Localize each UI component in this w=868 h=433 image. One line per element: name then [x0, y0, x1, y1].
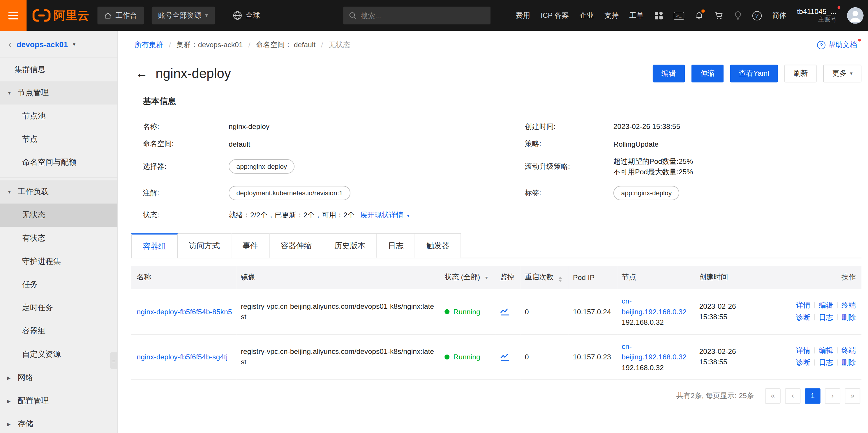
nav-enterprise[interactable]: 企业: [579, 10, 594, 20]
main-content: 所有集群 / 集群：devops-ack01 / 命名空间： default /…: [118, 31, 868, 433]
pod-name-link[interactable]: nginx-deploy-fb5f6f54b-sg4tj: [136, 353, 227, 361]
created-time: 2023-02-26 15:38:55: [699, 302, 736, 321]
expand-status-link[interactable]: 展开现状详情 ▾: [360, 210, 409, 220]
language-switcher[interactable]: 简体: [772, 10, 786, 20]
rolling-line2: 不可用Pod最大数量:25%: [613, 168, 693, 176]
col-restarts-sort[interactable]: 重启次数: [521, 266, 568, 289]
sidebar-item-statefulsets[interactable]: 有状态: [0, 227, 117, 250]
tab-access[interactable]: 访问方式: [178, 233, 231, 258]
monitor-chart-icon[interactable]: [500, 353, 516, 361]
alibaba-cloud-logo[interactable]: 阿里云: [32, 8, 89, 23]
node-link[interactable]: cn-beijing.192.168.0.32: [622, 296, 690, 317]
table-row: nginx-deploy-fb5f6f54b-sg4tj registry-vp…: [131, 334, 861, 379]
nav-support[interactable]: 支持: [604, 10, 619, 20]
action-terminal[interactable]: 终端: [841, 346, 856, 355]
tab-bar: 容器组 访问方式 事件 容器伸缩 历史版本 日志 触发器: [131, 233, 861, 258]
sidebar-item-daemonsets[interactable]: 守护进程集: [0, 250, 117, 273]
tab-triggers[interactable]: 触发器: [415, 233, 461, 258]
table-row: nginx-deploy-fb5f6f54b-85kn5 registry-vp…: [131, 289, 861, 334]
workbench-label: 工作台: [115, 10, 137, 20]
scale-button[interactable]: 伸缩: [691, 65, 723, 82]
sidebar-group-workloads[interactable]: ▼ 工作负载: [0, 180, 117, 204]
sidebar-group-storage[interactable]: ▶ 存储: [0, 413, 117, 433]
action-delete[interactable]: 删除: [841, 313, 856, 322]
action-details[interactable]: 详情: [796, 346, 810, 355]
sidebar-group-network[interactable]: ▶ 网络: [0, 366, 117, 389]
sidebar-item-deployments[interactable]: 无状态: [0, 203, 117, 227]
avatar[interactable]: [847, 7, 864, 24]
tab-logs[interactable]: 日志: [377, 233, 415, 258]
action-edit[interactable]: 编辑: [819, 346, 833, 355]
action-logs[interactable]: 日志: [819, 359, 833, 367]
tab-scaling[interactable]: 容器伸缩: [270, 233, 323, 258]
sidebar-item-jobs[interactable]: 任务: [0, 273, 117, 297]
back-arrow-icon[interactable]: ←: [136, 68, 148, 80]
sidebar-item-node-pools[interactable]: 节点池: [0, 104, 117, 128]
field-value-created: 2023-02-26 15:38:55: [613, 122, 680, 131]
page-size-value[interactable]: 25条: [739, 391, 754, 401]
pod-name-link[interactable]: nginx-deploy-fb5f6f54b-85kn5: [136, 307, 232, 316]
action-diagnose[interactable]: 诊断: [796, 313, 810, 322]
action-details[interactable]: 详情: [796, 301, 810, 309]
tab-pods[interactable]: 容器组: [131, 233, 178, 258]
sidebar-item-pods[interactable]: 容器组: [0, 320, 117, 343]
search-input[interactable]: [361, 11, 485, 20]
status-text: Running: [454, 353, 480, 361]
monitor-chart-icon[interactable]: [500, 307, 516, 316]
tab-events[interactable]: 事件: [231, 233, 270, 258]
cloudshell-icon[interactable]: >_: [674, 11, 684, 20]
field-label-status: 状态:: [143, 210, 229, 220]
sidebar-collapse-handle[interactable]: ≡: [110, 353, 117, 369]
status-text: Running: [454, 307, 480, 316]
action-diagnose[interactable]: 诊断: [796, 359, 810, 367]
node-link[interactable]: cn-beijing.192.168.0.32: [622, 341, 690, 362]
next-page-button[interactable]: ›: [825, 388, 840, 403]
nav-icp[interactable]: ICP 备案: [540, 10, 569, 20]
breadcrumb-all-clusters[interactable]: 所有集群: [134, 40, 163, 50]
notification-bell-icon[interactable]: [695, 11, 704, 20]
more-button[interactable]: 更多 ▾: [824, 65, 861, 82]
breadcrumb-cluster[interactable]: 集群：devops-ack01: [177, 40, 243, 50]
help-icon[interactable]: ?: [752, 11, 762, 20]
action-edit[interactable]: 编辑: [819, 301, 833, 309]
hamburger-menu-button[interactable]: [0, 0, 27, 31]
sidebar-item-cronjobs[interactable]: 定时任务: [0, 297, 117, 320]
sidebar-group-config-management[interactable]: ▶ 配置管理: [0, 389, 117, 413]
cluster-switcher[interactable]: ‹ devops-ack01 ▾: [0, 31, 117, 58]
view-yaml-button[interactable]: 查看Yaml: [730, 65, 778, 82]
expand-status-label: 展开现状详情: [360, 211, 403, 219]
sidebar-item-namespaces-quotas[interactable]: 命名空间与配额: [0, 151, 117, 174]
sidebar-item-nodes[interactable]: 节点: [0, 128, 117, 151]
basic-info-right: 创建时间: 2023-02-26 15:38:55 策略: RollingUpd…: [525, 119, 862, 225]
page-number-button[interactable]: 1: [805, 388, 820, 403]
back-chevron-icon[interactable]: ‹: [8, 39, 12, 49]
sidebar-item-cluster-info[interactable]: 集群信息: [0, 58, 117, 81]
region-selector[interactable]: 全球: [232, 10, 260, 20]
hamburger-bar: [8, 15, 18, 16]
prev-page-button[interactable]: ‹: [785, 388, 800, 403]
pagination-summary: 共有2条, 每页显示:: [676, 391, 736, 401]
edit-button[interactable]: 编辑: [652, 65, 684, 82]
workbench-button[interactable]: 工作台: [97, 7, 144, 25]
nav-tickets[interactable]: 工单: [629, 10, 644, 20]
action-logs[interactable]: 日志: [819, 313, 833, 322]
divider: [837, 302, 838, 308]
nav-billing[interactable]: 费用: [516, 10, 530, 20]
resource-scope-dropdown[interactable]: 账号全部资源 ▾: [152, 7, 215, 25]
sidebar-group-node-management[interactable]: ▼ 节点管理: [0, 81, 117, 104]
action-terminal[interactable]: 终端: [841, 301, 856, 309]
last-page-button[interactable]: »: [845, 388, 860, 403]
help-doc-link[interactable]: ? 帮助文档: [817, 40, 861, 50]
first-page-button[interactable]: «: [765, 388, 781, 403]
app-grid-icon[interactable]: [654, 11, 663, 20]
account-menu[interactable]: tb411045_... 主账号: [797, 7, 837, 24]
breadcrumb-namespace[interactable]: 命名空间： default: [256, 40, 315, 50]
cart-icon[interactable]: [714, 11, 723, 20]
lightbulb-icon[interactable]: [734, 11, 742, 20]
col-status-filter[interactable]: 状态 (全部) ▼: [440, 266, 495, 289]
sidebar-item-custom-resources[interactable]: 自定义资源: [0, 343, 117, 366]
globe-icon: [232, 10, 242, 20]
tab-history[interactable]: 历史版本: [323, 233, 377, 258]
refresh-button[interactable]: 刷新: [785, 65, 817, 82]
action-delete[interactable]: 删除: [841, 359, 856, 367]
